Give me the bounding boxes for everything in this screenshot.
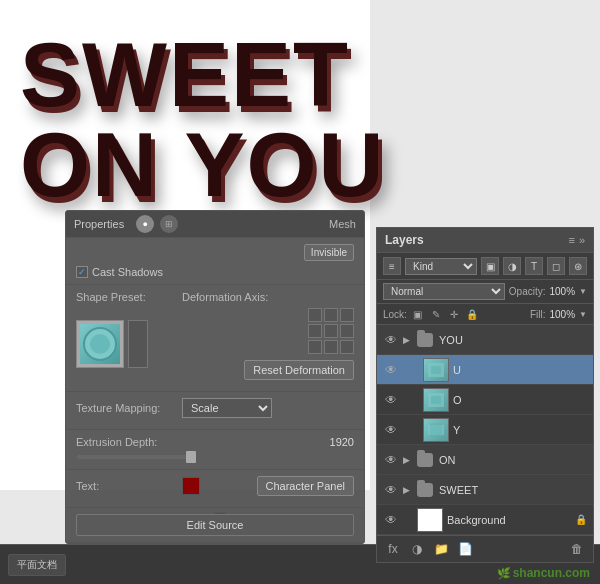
cast-shadows-checkbox[interactable]: ✓: [76, 266, 88, 278]
layer-item-you-group[interactable]: 👁 ▶ YOU: [377, 325, 593, 355]
eye-you-group[interactable]: 👁: [383, 332, 399, 348]
character-panel-button[interactable]: Character Panel: [257, 476, 355, 496]
invisible-button[interactable]: Invisible: [304, 244, 354, 261]
layers-kind-row: ≡ Kind ▣ ◑ T ◻ ⊛: [377, 253, 593, 280]
blend-opacity-row: Normal Opacity: 100% ▼: [377, 280, 593, 304]
layer-item-o[interactable]: 👁 O: [377, 385, 593, 415]
thumb-y: [423, 418, 449, 442]
extrusion-section: Extrusion Depth: 1920: [66, 430, 364, 470]
folder-icon-on: [417, 453, 433, 467]
shape-row: Shape Preset: Deformation Axis:: [76, 291, 354, 303]
eye-u[interactable]: 👁: [383, 362, 399, 378]
eye-background[interactable]: 👁: [383, 512, 399, 528]
lock-fill-row: Lock: ▣ ✎ ✛ 🔒 Fill: 100% ▼: [377, 304, 593, 325]
layers-panel: Layers ≡ » ≡ Kind ▣ ◑ T ◻ ⊛ Normal Opaci…: [376, 227, 594, 563]
lock-position-icon[interactable]: ✎: [429, 307, 443, 321]
fill-dropdown-icon[interactable]: ▼: [579, 310, 587, 319]
lock-pixel-icon[interactable]: ▣: [411, 307, 425, 321]
invisible-row: Invisible: [76, 244, 354, 261]
layer-item-u[interactable]: 👁 U: [377, 355, 593, 385]
shape-deform-section: Shape Preset: Deformation Axis:: [66, 285, 364, 392]
fill-value: 100%: [550, 309, 576, 320]
text-row: Text: Character Panel: [76, 476, 354, 496]
eye-y[interactable]: 👁: [383, 422, 399, 438]
text-color-swatch[interactable]: [182, 477, 200, 495]
background-lock-icon: 🔒: [575, 514, 587, 525]
taskbar-item-1[interactable]: 平面文档: [8, 554, 66, 576]
folder-icon-you: [417, 333, 433, 347]
smart-filter[interactable]: ⊛: [569, 257, 587, 275]
lock-all-icon[interactable]: 🔒: [465, 307, 479, 321]
fx-button[interactable]: fx: [383, 540, 403, 558]
deform-dot-2: [324, 308, 338, 322]
deform-dot-4: [308, 324, 322, 338]
deform-dot-8: [324, 340, 338, 354]
shape-preset-extra: [128, 320, 148, 368]
text-line1: SWEET: [20, 30, 385, 120]
adjustment-button[interactable]: ◑: [407, 540, 427, 558]
edit-source-button[interactable]: Edit Source: [76, 514, 354, 536]
deformation-axis-label: Deformation Axis:: [182, 291, 282, 303]
thumb-o: [423, 388, 449, 412]
extrusion-depth-label: Extrusion Depth:: [76, 436, 176, 448]
slider-fill: [76, 455, 196, 459]
texture-mapping-select[interactable]: Scale: [182, 398, 272, 418]
deform-dot-1: [308, 308, 322, 322]
shape-filter[interactable]: ◻: [547, 257, 565, 275]
canvas-area: SWEET ON YOU Properties ● ⊞ Mesh Invisib…: [0, 0, 600, 584]
expand-sweet-group[interactable]: ▶: [403, 485, 413, 495]
sphere-tab[interactable]: ●: [136, 215, 154, 233]
shancun-leaf-icon: 🌿: [497, 567, 511, 580]
deformation-grid: [308, 308, 354, 354]
cast-shadows-row: ✓ Cast Shadows: [76, 266, 354, 278]
layer-item-sweet-group[interactable]: 👁 ▶ SWEET: [377, 475, 593, 505]
deform-dot-7: [308, 340, 322, 354]
extrusion-slider[interactable]: [76, 455, 196, 459]
cast-shadows-section: Invisible ✓ Cast Shadows: [66, 238, 364, 285]
layer-item-y[interactable]: 👁 Y: [377, 415, 593, 445]
extrusion-depth-row: Extrusion Depth: 1920: [76, 436, 354, 448]
eye-o[interactable]: 👁: [383, 392, 399, 408]
lock-artboard-icon[interactable]: ✛: [447, 307, 461, 321]
eye-on-group[interactable]: 👁: [383, 452, 399, 468]
shancun-text: shancun.com: [513, 566, 590, 580]
layers-header: Layers ≡ »: [377, 228, 593, 253]
shape-controls-row: Reset Deformation: [76, 308, 354, 380]
layer-name-on-group: ON: [439, 454, 587, 466]
thumb-u: [423, 358, 449, 382]
mesh-tab[interactable]: ⊞: [160, 215, 178, 233]
folder-icon-sweet: [417, 483, 433, 497]
layers-footer: fx ◑ 📁 📄 🗑: [377, 535, 593, 562]
text-label: Text:: [76, 480, 176, 492]
svg-rect-5: [431, 396, 441, 404]
expand-on-group[interactable]: ▶: [403, 455, 413, 465]
layers-expand-icon[interactable]: »: [579, 234, 585, 246]
kind-icon: ≡: [383, 257, 401, 275]
thumb-background: [417, 508, 443, 532]
reset-deformation-button[interactable]: Reset Deformation: [244, 360, 354, 380]
layer-item-on-group[interactable]: 👁 ▶ ON: [377, 445, 593, 475]
layer-item-background[interactable]: 👁 Background 🔒: [377, 505, 593, 535]
new-layer-button[interactable]: 📄: [455, 540, 475, 558]
opacity-dropdown-icon[interactable]: ▼: [579, 287, 587, 296]
layers-collapse-icon[interactable]: ≡: [568, 234, 574, 246]
cast-shadows-label: Cast Shadows: [92, 266, 163, 278]
deform-dot-6: [340, 324, 354, 338]
expand-you-group[interactable]: ▶: [403, 335, 413, 345]
new-group-button[interactable]: 📁: [431, 540, 451, 558]
properties-panel: Properties ● ⊞ Mesh Invisible ✓ Cast Sha…: [65, 210, 365, 544]
canvas-text: SWEET ON YOU: [20, 30, 385, 210]
layers-title: Layers: [385, 233, 424, 247]
kind-select[interactable]: Kind: [405, 258, 477, 275]
deform-dot-5: [324, 324, 338, 338]
pixel-filter[interactable]: ▣: [481, 257, 499, 275]
extrusion-depth-value: 1920: [330, 436, 354, 448]
delete-layer-button[interactable]: 🗑: [567, 540, 587, 558]
shape-preset-box[interactable]: [76, 320, 124, 368]
blend-mode-select[interactable]: Normal: [383, 283, 505, 300]
shape-preset-preview: [80, 324, 120, 364]
eye-sweet-group[interactable]: 👁: [383, 482, 399, 498]
adj-filter[interactable]: ◑: [503, 257, 521, 275]
type-filter[interactable]: T: [525, 257, 543, 275]
properties-header: Properties ● ⊞ Mesh: [66, 211, 364, 238]
